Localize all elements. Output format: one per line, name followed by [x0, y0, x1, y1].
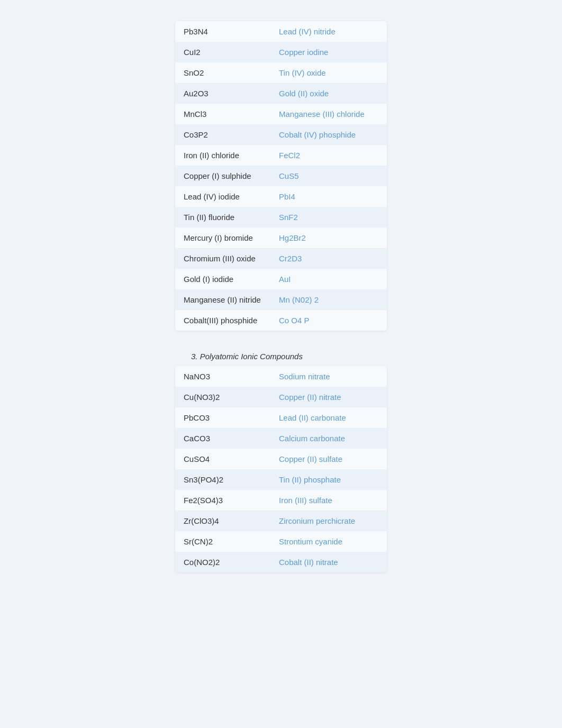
table-row: Zr(ClO3)4 Zirconium perchicrate [175, 511, 387, 531]
name-cell: Co O4 P [270, 310, 387, 331]
formula-cell: Chromium (III) oxide [175, 248, 270, 269]
formula-cell: SnO2 [175, 62, 270, 83]
table-row: CuI2 Copper iodine [175, 42, 387, 62]
formula-cell: Zr(ClO3)4 [175, 511, 270, 531]
formula-cell: Co3P2 [175, 124, 270, 145]
name-cell: Copper (II) sulfate [270, 449, 387, 469]
table1-container: Pb3N4 Lead (IV) nitride CuI2 Copper iodi… [175, 21, 387, 331]
formula-cell: CuSO4 [175, 449, 270, 469]
formula-cell: Cobalt(III) phosphide [175, 310, 270, 331]
table-row: Co(NO2)2 Cobalt (II) nitrate [175, 552, 387, 572]
name-cell: Lead (II) carbonate [270, 407, 387, 428]
table-row: Gold (I) iodide AuI [175, 269, 387, 289]
table-row: Cu(NO3)2 Copper (II) nitrate [175, 387, 387, 407]
name-cell: Iron (III) sulfate [270, 490, 387, 511]
table-row: Au2O3 Gold (II) oxide [175, 83, 387, 104]
table-row: Co3P2 Cobalt (IV) phosphide [175, 124, 387, 145]
table-row: Tin (II) fluoride SnF2 [175, 207, 387, 228]
table-row: PbCO3 Lead (II) carbonate [175, 407, 387, 428]
formula-cell: Pb3N4 [175, 21, 270, 42]
name-cell: FeCl2 [270, 145, 387, 166]
table-row: Sr(CN)2 Strontium cyanide [175, 531, 387, 552]
formula-cell: Tin (II) fluoride [175, 207, 270, 228]
name-cell: Tin (IV) oxide [270, 62, 387, 83]
formula-cell: MnCl3 [175, 104, 270, 124]
formula-cell: Lead (IV) iodide [175, 186, 270, 207]
name-cell: Sodium nitrate [270, 366, 387, 387]
section2-header: 3. Polyatomic Ionic Compounds [175, 352, 387, 361]
table-row: Copper (I) sulphide CuS5 [175, 166, 387, 186]
table1: Pb3N4 Lead (IV) nitride CuI2 Copper iodi… [175, 21, 387, 331]
table-row: Sn3(PO4)2 Tin (II) phosphate [175, 469, 387, 490]
formula-cell: Cu(NO3)2 [175, 387, 270, 407]
section2-header-text: 3. Polyatomic Ionic Compounds [191, 352, 303, 361]
name-cell: Copper iodine [270, 42, 387, 62]
table-row: Cobalt(III) phosphide Co O4 P [175, 310, 387, 331]
table-row: Chromium (III) oxide Cr2D3 [175, 248, 387, 269]
name-cell: Gold (II) oxide [270, 83, 387, 104]
name-cell: Zirconium perchicrate [270, 511, 387, 531]
name-cell: Cobalt (II) nitrate [270, 552, 387, 572]
formula-cell: Mercury (I) bromide [175, 228, 270, 248]
name-cell: SnF2 [270, 207, 387, 228]
table2-container: NaNO3 Sodium nitrate Cu(NO3)2 Copper (II… [175, 366, 387, 572]
name-cell: Mn (N02) 2 [270, 289, 387, 310]
formula-cell: Manganese (II) nitride [175, 289, 270, 310]
table-row: NaNO3 Sodium nitrate [175, 366, 387, 387]
formula-cell: Gold (I) iodide [175, 269, 270, 289]
table-row: CuSO4 Copper (II) sulfate [175, 449, 387, 469]
name-cell: Copper (II) nitrate [270, 387, 387, 407]
formula-cell: Sr(CN)2 [175, 531, 270, 552]
table-row: Pb3N4 Lead (IV) nitride [175, 21, 387, 42]
name-cell: Lead (IV) nitride [270, 21, 387, 42]
name-cell: Strontium cyanide [270, 531, 387, 552]
table-row: MnCl3 Manganese (III) chloride [175, 104, 387, 124]
formula-cell: PbCO3 [175, 407, 270, 428]
name-cell: Cr2D3 [270, 248, 387, 269]
name-cell: Manganese (III) chloride [270, 104, 387, 124]
table-row: CaCO3 Calcium carbonate [175, 428, 387, 449]
formula-cell: NaNO3 [175, 366, 270, 387]
table-row: Mercury (I) bromide Hg2Br2 [175, 228, 387, 248]
name-cell: PbI4 [270, 186, 387, 207]
table-row: Fe2(SO4)3 Iron (III) sulfate [175, 490, 387, 511]
name-cell: CuS5 [270, 166, 387, 186]
formula-cell: Copper (I) sulphide [175, 166, 270, 186]
table-row: SnO2 Tin (IV) oxide [175, 62, 387, 83]
formula-cell: CaCO3 [175, 428, 270, 449]
formula-cell: Au2O3 [175, 83, 270, 104]
formula-cell: CuI2 [175, 42, 270, 62]
table-row: Iron (II) chloride FeCl2 [175, 145, 387, 166]
table2: NaNO3 Sodium nitrate Cu(NO3)2 Copper (II… [175, 366, 387, 572]
table-row: Manganese (II) nitride Mn (N02) 2 [175, 289, 387, 310]
formula-cell: Co(NO2)2 [175, 552, 270, 572]
name-cell: Tin (II) phosphate [270, 469, 387, 490]
table-row: Lead (IV) iodide PbI4 [175, 186, 387, 207]
name-cell: Calcium carbonate [270, 428, 387, 449]
formula-cell: Iron (II) chloride [175, 145, 270, 166]
name-cell: AuI [270, 269, 387, 289]
formula-cell: Fe2(SO4)3 [175, 490, 270, 511]
name-cell: Cobalt (IV) phosphide [270, 124, 387, 145]
formula-cell: Sn3(PO4)2 [175, 469, 270, 490]
name-cell: Hg2Br2 [270, 228, 387, 248]
